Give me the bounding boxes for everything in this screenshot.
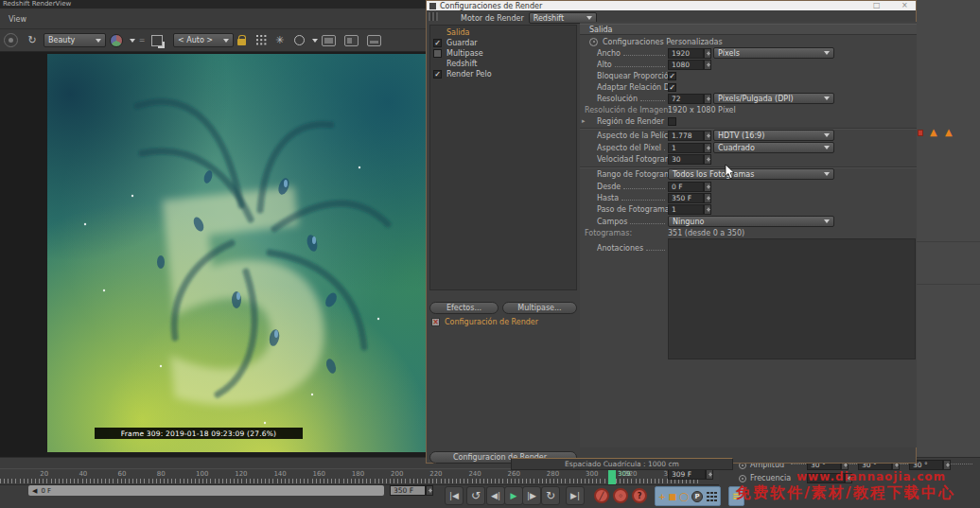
menu-view[interactable]: View — [9, 15, 26, 24]
range-end-spinner[interactable]: 350 F — [390, 485, 433, 496]
chevron-down-icon — [586, 16, 592, 20]
scrub-left-icon[interactable]: ◀ — [32, 487, 37, 495]
stepper-icon[interactable] — [426, 485, 433, 496]
height-input[interactable]: 1080 — [668, 60, 704, 70]
lock-button[interactable] — [237, 32, 246, 48]
record-key-icon: ╱ — [600, 492, 604, 500]
play-backwards-button[interactable]: ↺ — [466, 486, 485, 505]
stepper-icon[interactable] — [943, 460, 951, 470]
keyframe-selection-button[interactable]: ? — [632, 488, 647, 503]
expander-icon[interactable]: ▸ — [582, 117, 588, 125]
film-aspect-input[interactable]: 1.778 — [668, 131, 704, 141]
effects-button[interactable]: Efectos... — [429, 302, 499, 314]
aov-button[interactable] — [294, 32, 305, 48]
snapshot-b-icon — [344, 35, 359, 46]
resolution-input[interactable]: 72 — [668, 94, 704, 104]
timeline-ruler[interactable]: 309 204060801001201401601802002202402602… — [0, 468, 719, 485]
stepper-icon[interactable] — [704, 154, 711, 165]
ruler-tick-label: 180 — [352, 470, 364, 478]
to-input[interactable]: 350 F — [668, 193, 704, 203]
render-region-checkbox[interactable] — [668, 117, 676, 126]
adapt-data-ratio-checkbox[interactable]: ✓ — [668, 83, 676, 92]
goto-start-button[interactable]: |◀ — [445, 486, 464, 505]
stepper-icon[interactable] — [704, 48, 711, 59]
autokey-button[interactable]: ◦ — [613, 488, 628, 503]
render-settings-node[interactable]: × Configuración de Render — [429, 316, 577, 327]
snapshot-b-button[interactable] — [344, 32, 359, 48]
film-aspect-dropdown[interactable]: HDTV (16:9) — [713, 130, 834, 141]
stepper-icon[interactable] — [704, 94, 711, 104]
range-start: 0 F — [41, 487, 51, 495]
checkbox[interactable] — [433, 49, 442, 58]
nav-item-salida[interactable]: Salida — [430, 27, 576, 38]
checkbox[interactable]: ✓ — [433, 70, 442, 79]
timeline-scrollbar[interactable]: ◀ 0 F — [28, 485, 384, 496]
renderview-titlebar[interactable]: Redshift RenderView — [0, 0, 428, 9]
refresh-button[interactable]: ↻ — [25, 32, 40, 48]
fields-dropdown[interactable]: Ninguno — [668, 216, 834, 227]
checkbox[interactable]: ✓ — [433, 39, 442, 47]
region-render-button[interactable] — [151, 32, 163, 48]
ruler-tick-label: 40 — [79, 470, 87, 478]
previous-frame-button[interactable]: ◀| — [486, 486, 505, 505]
playhead-marker[interactable] — [608, 470, 616, 484]
frecuencia-spinner[interactable] — [807, 473, 852, 483]
key-scale-toggle[interactable]: ■ — [669, 492, 677, 501]
key-pla-toggle[interactable] — [706, 491, 717, 502]
snapshot-a-button[interactable] — [322, 32, 336, 48]
nav-item-redshift[interactable]: Redshift — [430, 59, 576, 69]
channel-button[interactable] — [110, 32, 123, 48]
ruler-tick-label: 320 — [624, 470, 637, 478]
lock-ratio-checkbox[interactable]: ✓ — [668, 72, 676, 80]
resolution-unit-dropdown[interactable]: Píxels/Pulgada (DPI) — [713, 93, 834, 104]
pixel-aspect-dropdown[interactable]: Cuadrado — [713, 142, 834, 153]
stepper-icon[interactable] — [706, 469, 713, 480]
circle-icon — [294, 35, 305, 45]
width-unit-dropdown[interactable]: Píxels — [713, 47, 834, 59]
play-button[interactable]: ▶ — [504, 486, 523, 505]
snapshot-c-button[interactable] — [367, 32, 381, 48]
current-frame-spinner[interactable]: 309 F — [668, 469, 713, 480]
nav-item-multipase[interactable]: Multipase — [430, 48, 576, 59]
pixel-aspect-input[interactable]: 1 — [668, 143, 704, 153]
render-button[interactable] — [4, 32, 18, 48]
stepper-icon[interactable] — [704, 60, 711, 70]
stepper-icon[interactable] — [845, 473, 852, 483]
from-row: Desde 0 F — [580, 181, 917, 192]
pass-dropdown[interactable]: Beauty — [44, 33, 106, 47]
compare-button[interactable]: = — [137, 32, 147, 48]
nav-item-guardar[interactable]: ✓ Guardar — [430, 38, 576, 48]
width-input[interactable]: 1920 — [668, 48, 704, 59]
options-button[interactable]: ✳ — [275, 32, 284, 48]
custom-config-row[interactable]: Configuraciones Personalizadas — [580, 36, 917, 47]
key-rotation-toggle[interactable]: ◯ — [679, 492, 689, 501]
frame-range-dropdown[interactable]: Todos los Fotogramas — [668, 168, 834, 180]
camera-dropdown[interactable]: < Auto > — [173, 33, 234, 47]
stepper-icon[interactable] — [704, 143, 711, 153]
channel-menu-button[interactable] — [126, 32, 135, 48]
key-parameter-toggle[interactable]: P — [691, 491, 703, 502]
frame-step-input[interactable]: 1 — [668, 204, 704, 215]
stepper-icon[interactable] — [704, 193, 711, 203]
radio-icon — [589, 38, 598, 46]
frame-rate-input[interactable]: 30 — [668, 154, 704, 165]
dialog-grip[interactable] — [429, 12, 438, 21]
record-keyframe-button[interactable]: ╱ — [594, 488, 609, 503]
layer-button[interactable]: ≡ — [728, 486, 744, 506]
from-input[interactable]: 0 F — [668, 182, 704, 192]
close-button[interactable]: × — [901, 1, 908, 9]
stepper-icon[interactable] — [704, 204, 711, 215]
nav-item-render-pelo[interactable]: ✓ Render Pelo — [430, 69, 576, 79]
stepper-icon[interactable] — [704, 131, 711, 141]
loop-button[interactable]: ↻ — [541, 486, 560, 505]
aov-menu-button[interactable] — [308, 32, 318, 48]
restore-button[interactable]: □ — [873, 1, 881, 9]
goto-end-button[interactable]: ▶| — [566, 486, 585, 505]
stepper-icon[interactable] — [704, 182, 711, 192]
multipass-button[interactable]: Multipase... — [502, 302, 577, 314]
dialog-titlebar[interactable]: Configuraciones de Render — [427, 1, 916, 10]
key-position-toggle[interactable]: + — [658, 492, 666, 501]
annotations-textarea[interactable] — [668, 238, 916, 359]
next-frame-button[interactable]: |▶ — [522, 486, 541, 505]
snapshot-grid-button[interactable] — [256, 32, 267, 48]
